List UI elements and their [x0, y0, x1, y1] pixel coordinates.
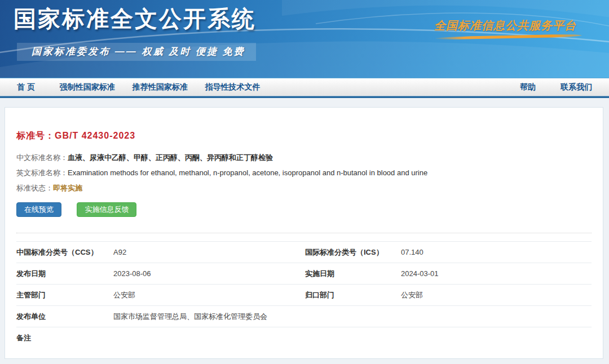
cn-name-label: 中文标准名称：	[16, 153, 68, 162]
nav-home[interactable]: 首 页	[17, 82, 35, 91]
status-line: 标准状态：即将实施	[16, 183, 592, 193]
online-preview-button[interactable]: 在线预览	[16, 202, 61, 217]
detail-label-publisher: 发布单位	[16, 312, 113, 322]
detail-value-centralized-dept: 公安部	[401, 290, 592, 300]
nav-underline-bar	[0, 96, 609, 98]
table-row: 备注	[16, 327, 592, 348]
nav-left-group: 首 页 强制性国家标准 推荐性国家标准 指导性技术文件	[17, 82, 276, 92]
detail-label-implement-date: 实施日期	[305, 269, 401, 279]
detail-value-ics: 07.140	[401, 248, 592, 256]
en-name-line: 英文标准名称：Examination methods for ethanol, …	[16, 168, 592, 178]
table-row: 发布日期 2023-08-06 实施日期 2024-03-01	[16, 263, 592, 284]
detail-value-publish-date: 2023-08-06	[113, 269, 305, 278]
status-badge: 即将实施	[53, 184, 82, 192]
detail-value-competent-dept: 公安部	[113, 290, 305, 300]
nav-guiding-documents[interactable]: 指导性技术文件	[205, 82, 261, 91]
dotted-separator	[16, 233, 592, 233]
nav-help[interactable]: 帮助	[520, 82, 536, 91]
cn-name-value: 血液、尿液中乙醇、甲醇、正丙醇、丙酮、异丙醇和正丁醇检验	[68, 153, 273, 162]
detail-label-ccs: 中国标准分类号（CCS）	[16, 247, 113, 258]
en-name-value: Examination methods for ethanol, methano…	[68, 168, 427, 177]
detail-label-competent-dept: 主管部门	[16, 290, 113, 300]
main-nav: 首 页 强制性国家标准 推荐性国家标准 指导性技术文件 帮助 联系我们	[0, 78, 609, 96]
detail-label-publish-date: 发布日期	[16, 269, 113, 279]
site-subtitle: 国家标准委发布 —— 权威 及时 便捷 免费	[32, 46, 245, 57]
detail-label-centralized-dept: 归口部门	[305, 290, 401, 300]
standard-number-label: 标准号：	[16, 131, 55, 140]
detail-value-ccs: A92	[113, 248, 305, 256]
nav-right-group: 帮助 联系我们	[497, 82, 592, 92]
site-title: 国家标准全文公开系统	[14, 3, 256, 34]
table-row: 主管部门 公安部 归口部门 公安部	[16, 284, 592, 305]
details-table: 中国标准分类号（CCS） A92 国际标准分类号（ICS） 07.140 发布日…	[16, 241, 592, 348]
table-row: 发布单位 国家市场监督管理总局、国家标准化管理委员会	[16, 305, 592, 327]
en-name-label: 英文标准名称：	[16, 168, 68, 177]
detail-label-remarks: 备注	[16, 333, 113, 343]
site-header: 国家标准全文公开系统 国家标准委发布 —— 权威 及时 便捷 免费 全国标准信息…	[0, 0, 609, 78]
site-subtitle-banner: 国家标准委发布 —— 权威 及时 便捷 免费	[17, 43, 256, 61]
nav-mandatory-standards[interactable]: 强制性国家标准	[60, 82, 115, 91]
action-button-row: 在线预览 实施信息反馈	[16, 202, 592, 217]
platform-link[interactable]: 全国标准信息公共服务平台	[434, 18, 576, 33]
nav-recommended-standards[interactable]: 推荐性国家标准	[133, 82, 188, 91]
standard-number-heading: 标准号：GB/T 42430-2023	[16, 130, 592, 141]
status-label: 标准状态：	[16, 184, 53, 192]
cn-name-line: 中文标准名称：血液、尿液中乙醇、甲醇、正丙醇、丙酮、异丙醇和正丁醇检验	[16, 153, 592, 163]
standard-detail-card: 标准号：GB/T 42430-2023 中文标准名称：血液、尿液中乙醇、甲醇、正…	[5, 107, 603, 359]
detail-label-ics: 国际标准分类号（ICS）	[305, 247, 401, 258]
detail-value-implement-date: 2024-03-01	[401, 269, 592, 278]
standard-number-value: GB/T 42430-2023	[55, 131, 135, 140]
detail-value-publisher: 国家市场监督管理总局、国家标准化管理委员会	[113, 312, 592, 322]
table-row: 中国标准分类号（CCS） A92 国际标准分类号（ICS） 07.140	[16, 241, 592, 263]
nav-contact[interactable]: 联系我们	[561, 82, 592, 91]
implementation-feedback-button[interactable]: 实施信息反馈	[77, 202, 136, 217]
